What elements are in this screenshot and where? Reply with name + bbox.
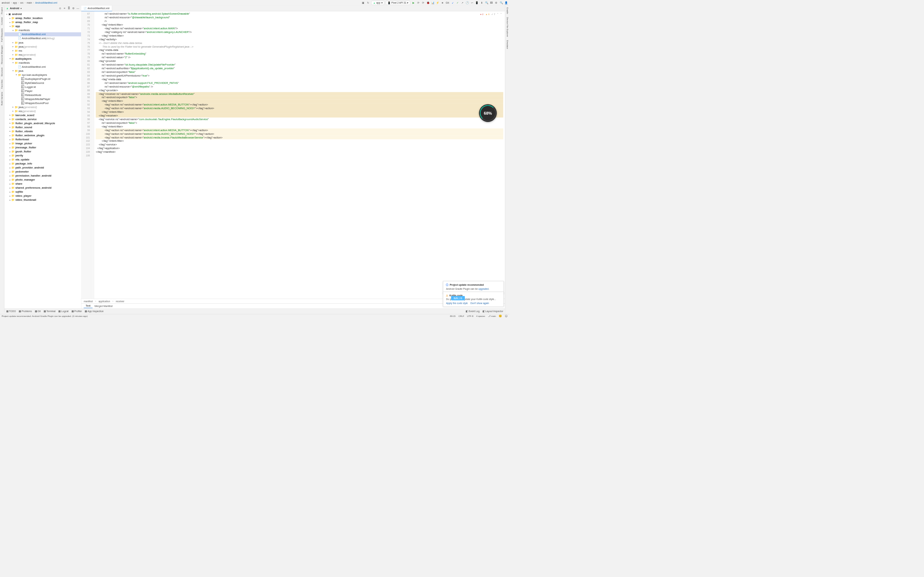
tree-item[interactable]: ▾📁java bbox=[5, 69, 81, 73]
editor-breadcrumb-item[interactable]: manifest bbox=[84, 300, 93, 303]
code-line[interactable]: <tag">intent-filter> bbox=[96, 23, 503, 27]
tool-terminal[interactable]: ▦ Terminal bbox=[44, 310, 56, 313]
tree-item[interactable]: ▸📁jpush_flutter bbox=[5, 150, 81, 153]
tree-item[interactable]: ▾📁audioplayers bbox=[5, 56, 81, 60]
refresh-icon[interactable]: ⟳ bbox=[421, 1, 425, 5]
tree-item[interactable]: ▸📁permission_handler_android bbox=[5, 174, 81, 178]
tree-arrow-icon[interactable]: ▸ bbox=[8, 138, 11, 140]
tree-arrow-icon[interactable]: ▸ bbox=[8, 122, 11, 124]
code-line[interactable]: ns">android:resource="@drawable/launch_b… bbox=[96, 16, 503, 19]
git-push-icon[interactable]: ↗ bbox=[461, 1, 464, 5]
left-tab-pull-requests[interactable]: Pull Requests bbox=[0, 27, 5, 44]
tree-item[interactable]: ▸📁amap_flutter_location bbox=[5, 16, 81, 20]
tree-item[interactable]: ▸📁barcode_scan2 bbox=[5, 113, 81, 117]
attach-icon[interactable]: ⚡ bbox=[436, 1, 439, 5]
left-tab-commit[interactable]: Commit bbox=[0, 16, 5, 27]
tool-todo[interactable]: ▦ TODO bbox=[6, 310, 16, 313]
upgrade-link[interactable]: upgraded bbox=[478, 288, 489, 290]
editor-bottom-tab[interactable]: Merged Manifest bbox=[92, 304, 115, 308]
tree-arrow-icon[interactable]: ▸ bbox=[8, 142, 11, 144]
code-line[interactable]: ns">android:name="sk.fourq.otaupdate.Ota… bbox=[96, 63, 503, 67]
code-line[interactable]: /> bbox=[96, 19, 503, 23]
user-icon[interactable]: 👤 bbox=[504, 1, 508, 5]
tree-item[interactable]: ▸📁jverify bbox=[5, 153, 81, 158]
editor-bottom-tab[interactable]: Text bbox=[84, 304, 92, 308]
code-editor[interactable]: ns">android:name="io.flutter.embedding.a… bbox=[94, 11, 505, 298]
editor-breadcrumb-item[interactable]: application bbox=[99, 300, 110, 303]
code-line[interactable]: <tag">receiver ns">android:name="android… bbox=[96, 92, 503, 96]
code-line[interactable]: <tag">action ns">android:name="android.m… bbox=[96, 106, 503, 110]
run-icon[interactable]: ▶ bbox=[412, 1, 415, 5]
debug-refresh-icon[interactable]: ⟳ bbox=[417, 1, 420, 5]
cpu-monitor-widget[interactable]: 68% bbox=[479, 104, 497, 122]
tree-arrow-icon[interactable]: ▸ bbox=[8, 191, 11, 193]
upload-badge[interactable]: 拖拽上传 bbox=[451, 296, 465, 300]
code-line[interactable]: </tag">manifest> bbox=[96, 150, 503, 154]
breadcrumb-item[interactable]: app bbox=[13, 2, 17, 5]
tree-arrow-icon[interactable]: ▸ bbox=[8, 162, 11, 164]
code-line[interactable]: <tag">action ns">android:name="android.m… bbox=[96, 132, 503, 135]
tree-item[interactable]: ▸📁java bbox=[5, 40, 81, 44]
tree-arrow-icon[interactable]: ▾ bbox=[8, 25, 11, 27]
profile-icon[interactable]: 📊 bbox=[431, 1, 435, 5]
code-line[interactable]: </tag">activity> bbox=[96, 38, 503, 41]
tree-item[interactable]: ▸📁contacts_service bbox=[5, 117, 81, 121]
tree-item[interactable]: ▸📁java (generated) bbox=[5, 44, 81, 48]
tree-item[interactable]: 📄AndroidManifest.xml bbox=[5, 32, 81, 36]
status-encoding[interactable]: UTF-8 bbox=[467, 315, 473, 318]
tree-arrow-icon[interactable]: ▾ bbox=[15, 74, 18, 76]
status-position[interactable]: 89:15 bbox=[450, 315, 456, 318]
stop-icon[interactable]: ■ bbox=[441, 1, 444, 5]
error-indicator[interactable]: ● 2 bbox=[480, 13, 484, 16]
tool-layout-inspector[interactable]: ◧ Layout Inspector bbox=[483, 310, 504, 313]
left-tab-build-variants[interactable]: Build Variants bbox=[0, 90, 5, 107]
breadcrumb-item[interactable]: android bbox=[2, 2, 10, 5]
tree-arrow-icon[interactable]: ▸ bbox=[8, 150, 11, 152]
git-update-icon[interactable]: ↙ bbox=[451, 1, 454, 5]
code-line[interactable]: </tag">intent-filter> bbox=[96, 34, 503, 38]
tree-arrow-icon[interactable]: ▸ bbox=[12, 106, 15, 108]
dont-show-link[interactable]: Don't show again bbox=[470, 301, 489, 305]
device-selector[interactable]: 📱 Pixel 2 API 31 ▾ bbox=[386, 1, 410, 5]
code-line[interactable]: ns">android:name="io.flutter.embedding.a… bbox=[96, 12, 503, 16]
code-line[interactable]: <tag">action ns">android:name="android.i… bbox=[96, 103, 503, 106]
run-config-selector[interactable]: ▲ app ▾ bbox=[372, 1, 384, 5]
sad-icon[interactable]: ☹ bbox=[505, 315, 508, 318]
tree-arrow-icon[interactable]: ▾ bbox=[8, 58, 11, 60]
tree-arrow-icon[interactable]: ▸ bbox=[8, 114, 11, 116]
tree-item[interactable]: ▸📁res (generated) bbox=[5, 109, 81, 113]
editor-indicators[interactable]: ● 2 ▲ 8 ✓ 7 ˄ ˅ bbox=[480, 13, 502, 15]
right-tab-device-file-explorer[interactable]: Device File Explorer bbox=[505, 15, 509, 39]
tool-logcat[interactable]: ▦ Logcat bbox=[58, 310, 69, 313]
tool-profiler[interactable]: ▦ Profiler bbox=[71, 310, 82, 313]
search-icon[interactable]: 🔍 bbox=[500, 1, 503, 5]
tree-arrow-icon[interactable]: ▸ bbox=[8, 179, 11, 181]
tree-item[interactable]: 🄺WrappedMediaPlayer bbox=[5, 97, 81, 101]
tree-item[interactable]: ▸📁ota_update bbox=[5, 158, 81, 161]
status-indent[interactable]: 4 spaces bbox=[476, 315, 485, 318]
gear-icon[interactable]: ⚙ bbox=[72, 6, 75, 10]
code-line[interactable]: ns">android:name="flutterEmbedding" bbox=[96, 52, 503, 56]
revert-icon[interactable]: ⤺ bbox=[470, 1, 474, 5]
tree-arrow-icon[interactable]: ▸ bbox=[8, 170, 11, 172]
tree-item[interactable]: ▸📁flutter_plugin_android_lifecycle bbox=[5, 121, 81, 125]
happy-icon[interactable]: 😊 bbox=[499, 315, 502, 318]
code-line[interactable]: ns">android:exported="false"> bbox=[96, 121, 503, 125]
tree-arrow-icon[interactable]: ▸ bbox=[12, 50, 15, 52]
left-tab-resource-manager[interactable]: Resource Manager bbox=[0, 44, 5, 66]
tree-item[interactable]: ▸📁res bbox=[5, 48, 81, 52]
code-line[interactable]: <tag">meta-data bbox=[96, 48, 503, 52]
tool-app-inspection[interactable]: ▦ App Inspection bbox=[85, 310, 103, 313]
tree-arrow-icon[interactable]: ▸ bbox=[8, 126, 11, 128]
code-line[interactable]: This is used by the Flutter tool to gene… bbox=[96, 45, 503, 48]
code-line[interactable]: <tag">action ns">android:name="android.m… bbox=[96, 135, 503, 139]
chevron-down-icon[interactable]: ˅ bbox=[501, 13, 502, 15]
tree-item[interactable]: ▾▣android bbox=[5, 12, 81, 16]
tree-item[interactable]: ▾📁manifests bbox=[5, 60, 81, 64]
code-line[interactable] bbox=[96, 154, 503, 158]
tree-arrow-icon[interactable]: ▸ bbox=[8, 130, 11, 132]
code-line[interactable]: <tag">provider bbox=[96, 60, 503, 63]
tree-item[interactable]: 📄AndroidManifest.xml (debug) bbox=[5, 36, 81, 40]
status-branch[interactable]: ⎇ main bbox=[488, 315, 496, 317]
code-line[interactable]: ns">android:resource="@xml/filepaths" /> bbox=[96, 85, 503, 89]
